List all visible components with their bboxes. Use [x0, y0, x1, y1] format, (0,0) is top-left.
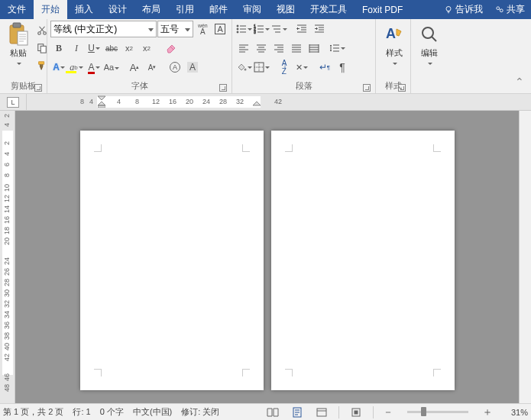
zoom-slider[interactable] — [407, 411, 468, 413]
character-shading-button[interactable]: A — [184, 59, 201, 76]
svg-point-19 — [423, 27, 433, 38]
sort-button[interactable]: AZ↓ — [276, 59, 293, 76]
horizontal-ruler[interactable]: 8 4 4 8 12 16 20 24 28 32 42 — [27, 94, 531, 110]
show-marks-button[interactable]: ↵¶ — [316, 59, 333, 76]
tab-foxit[interactable]: Foxit PDF — [355, 0, 410, 19]
macro-icon — [351, 407, 361, 418]
page-icon — [292, 407, 303, 418]
cut-icon — [37, 25, 47, 36]
print-layout-button[interactable] — [290, 405, 305, 419]
align-left-button[interactable] — [235, 40, 252, 57]
status-track-changes[interactable]: 修订: 关闭 — [181, 406, 219, 418]
grow-font-button[interactable]: A▴ — [126, 59, 143, 76]
zoom-thumb[interactable] — [421, 407, 426, 416]
superscript-button[interactable]: x2 — [138, 40, 155, 57]
text-effects-button[interactable]: A — [50, 59, 67, 76]
snap-to-grid-button[interactable]: ¶ — [334, 59, 351, 76]
status-words[interactable]: 0 个字 — [100, 406, 124, 418]
tab-layout[interactable]: 布局 — [134, 0, 168, 19]
numbering-icon: 123 — [254, 24, 264, 34]
svg-rect-21 — [317, 409, 326, 416]
copy-icon — [37, 43, 47, 53]
status-page[interactable]: 第 1 页，共 2 页 — [3, 406, 63, 418]
bullets-icon — [236, 24, 247, 34]
asian-layout-button[interactable]: ✕ — [293, 59, 310, 76]
distributed-button[interactable] — [306, 40, 322, 57]
shading-button[interactable] — [235, 59, 252, 76]
bold-button[interactable]: B — [50, 40, 67, 57]
first-line-indent-icon[interactable] — [98, 94, 105, 108]
right-indent-icon[interactable] — [253, 94, 261, 108]
zoom-out-button[interactable]: － — [383, 405, 393, 419]
macro-indicator[interactable] — [348, 405, 364, 419]
tab-review[interactable]: 审阅 — [235, 0, 269, 19]
svg-point-0 — [446, 6, 451, 11]
tell-me-button[interactable]: 告诉我 — [438, 0, 489, 19]
editing-button[interactable]: 编辑 — [414, 21, 445, 69]
font-size-combo[interactable]: 五号 — [157, 21, 194, 37]
svg-rect-9 — [40, 46, 46, 53]
change-case-button[interactable]: Aa — [103, 59, 120, 76]
read-mode-button[interactable] — [265, 405, 280, 419]
font-dialog-launcher[interactable] — [219, 84, 227, 92]
tab-file[interactable]: 文件 — [0, 0, 34, 19]
strikethrough-button[interactable]: abc — [103, 40, 120, 57]
multilevel-list-button[interactable] — [270, 21, 287, 37]
tab-mailings[interactable]: 邮件 — [202, 0, 235, 19]
shrink-font-button[interactable]: A▾ — [144, 59, 160, 76]
character-border-button[interactable]: A — [212, 21, 228, 37]
status-line[interactable]: 行: 1 — [73, 406, 90, 418]
page-1[interactable] — [80, 131, 264, 390]
tab-home[interactable]: 开始 — [34, 0, 67, 19]
paste-button[interactable]: 粘贴 — [3, 21, 34, 69]
styles-button[interactable]: A 样式 — [379, 21, 410, 69]
zoom-level[interactable]: 31% — [502, 408, 528, 417]
tab-developer[interactable]: 开发工具 — [303, 0, 355, 19]
numbering-button[interactable]: 123 — [253, 21, 270, 37]
status-language[interactable]: 中文(中国) — [133, 406, 172, 418]
align-center-button[interactable] — [253, 40, 270, 57]
bullets-button[interactable] — [235, 21, 252, 37]
tab-view[interactable]: 视图 — [269, 0, 303, 19]
decrease-indent-button[interactable] — [293, 21, 310, 37]
line-spacing-button[interactable] — [329, 40, 345, 57]
lightbulb-icon — [444, 5, 453, 15]
menu-bar: 文件 开始 插入 设计 布局 引用 邮件 审阅 视图 开发工具 Foxit PD… — [0, 0, 531, 19]
tab-selector[interactable]: L — [0, 94, 27, 111]
vertical-ruler[interactable]: 2 4 2 4 6 8 10 12 14 16 18 20 24 26 28 3… — [0, 111, 15, 403]
paragraph-dialog-launcher[interactable] — [363, 84, 371, 92]
styles-dialog-launcher[interactable] — [398, 84, 406, 92]
page-2[interactable] — [271, 131, 455, 390]
collapse-ribbon-button[interactable]: ⌃ — [511, 73, 528, 90]
zoom-in-button[interactable]: ＋ — [482, 405, 493, 419]
align-right-button[interactable] — [270, 40, 287, 57]
tab-design[interactable]: 设计 — [101, 0, 134, 19]
tab-insert[interactable]: 插入 — [67, 0, 101, 19]
share-button[interactable]: 共享 — [489, 0, 531, 19]
styles-icon: A — [383, 23, 406, 46]
justify-icon — [291, 43, 302, 53]
svg-point-7 — [44, 32, 47, 35]
underline-button[interactable]: U — [86, 40, 102, 57]
enclose-characters-button[interactable]: A — [167, 59, 183, 76]
font-color-button[interactable]: A — [86, 59, 102, 76]
clipboard-dialog-launcher[interactable] — [34, 84, 42, 92]
borders-button[interactable] — [253, 59, 270, 76]
justify-button[interactable] — [288, 40, 305, 57]
subscript-button[interactable]: x2 — [121, 40, 138, 57]
svg-point-16 — [244, 69, 246, 71]
highlight-button[interactable]: ab — [68, 59, 85, 76]
phonetic-guide-button[interactable]: wénA — [194, 21, 211, 37]
font-name-combo[interactable]: 等线 (中文正文) — [50, 21, 157, 37]
group-paragraph: 123 AZ↓ ✕ ↵¶ — [232, 19, 376, 93]
find-icon — [419, 24, 440, 45]
web-layout-button[interactable] — [314, 405, 329, 419]
tab-references[interactable]: 引用 — [168, 0, 202, 19]
document-area[interactable] — [15, 111, 519, 403]
vertical-scrollbar[interactable] — [519, 111, 531, 403]
align-left-icon — [238, 43, 249, 53]
clear-formatting-button[interactable] — [163, 40, 180, 57]
align-center-icon — [256, 43, 267, 53]
italic-button[interactable]: I — [68, 40, 85, 57]
increase-indent-button[interactable] — [311, 21, 328, 37]
